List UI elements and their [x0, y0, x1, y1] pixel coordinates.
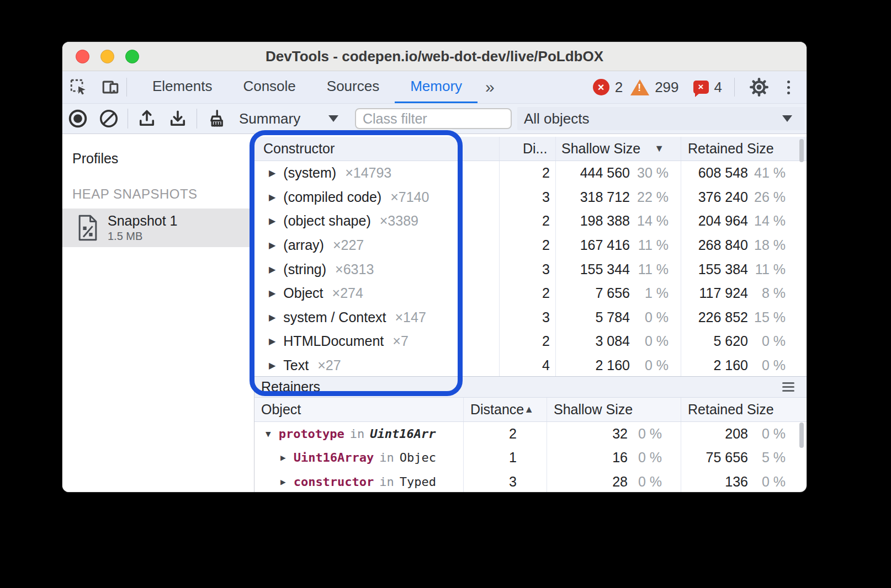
- retained-size-cell: 2 160 0 %: [681, 354, 807, 376]
- error-badge[interactable]: × 2: [593, 79, 623, 96]
- upload-icon: [137, 109, 157, 129]
- shallow-size-percent: 11 %: [630, 261, 669, 277]
- retainer-shallow-cell: 28 0 %: [547, 470, 681, 493]
- inspect-element-button[interactable]: [62, 71, 94, 103]
- perspective-select[interactable]: Summary: [239, 110, 342, 127]
- constructors-header-row: Constructor Di... Shallow Size ▼ Retaine…: [254, 137, 807, 161]
- more-options-button[interactable]: [779, 81, 798, 94]
- instance-count: ×14793: [345, 165, 391, 181]
- retainer-owner-object: Uint16Arr: [370, 427, 436, 441]
- sidebar-item-snapshot-1[interactable]: Snapshot 1 1.5 MB: [62, 209, 254, 247]
- constructor-row[interactable]: ▶ (system) ×14793 2 444 560 30 % 608 548: [254, 161, 807, 185]
- issues-badge[interactable]: × 4: [693, 79, 722, 96]
- column-header-distance[interactable]: Di...: [499, 137, 555, 161]
- minimize-window-button[interactable]: [100, 50, 114, 63]
- expand-arrow-icon[interactable]: ▶: [269, 192, 275, 202]
- retained-size-percent: 8 %: [748, 285, 786, 301]
- retainer-retained-percent: 0 %: [748, 474, 786, 490]
- close-window-button[interactable]: [76, 50, 89, 63]
- constructor-row[interactable]: ▶ (string) ×6313 3 155 344 11 % 155 384: [254, 257, 807, 281]
- tab-elements[interactable]: Elements: [137, 71, 227, 103]
- objects-filter-select[interactable]: All objects: [517, 107, 804, 130]
- retainers-menu-button[interactable]: [782, 382, 794, 392]
- constructors-scrollbar-thumb[interactable]: [799, 139, 804, 162]
- retained-size-percent: 18 %: [748, 237, 786, 253]
- expand-arrow-icon[interactable]: ▶: [280, 477, 286, 487]
- retained-size-percent: 0 %: [748, 357, 786, 373]
- retainer-row[interactable]: ▶ Uint16Array in Objec 1 16 0 %: [254, 446, 807, 470]
- retainers-scrollbar-thumb[interactable]: [799, 423, 804, 448]
- collect-garbage-button[interactable]: [200, 104, 231, 133]
- warning-badge[interactable]: 299: [630, 79, 678, 96]
- retainer-retained-cell: 75 656 5 %: [681, 446, 807, 470]
- shallow-size-cell: 2 160 0 %: [555, 354, 681, 376]
- retainer-row[interactable]: ▼ prototype in Uint16Arr 2 32 0 %: [254, 422, 807, 446]
- expand-arrow-icon[interactable]: ▶: [269, 168, 275, 178]
- column-header-shallow-size[interactable]: Shallow Size ▼: [555, 137, 681, 161]
- retainer-object-cell: ▼ prototype in Uint16Arr: [254, 422, 463, 446]
- expand-arrow-icon[interactable]: ▶: [269, 264, 275, 275]
- retainer-shallow-percent: 0 %: [628, 426, 662, 442]
- issues-icon: ×: [693, 81, 709, 94]
- retainer-object-cell: ▶ constructor in Typed: [254, 470, 463, 493]
- save-profile-button[interactable]: [162, 104, 193, 133]
- settings-button[interactable]: [747, 77, 771, 97]
- toggle-device-toolbar-button[interactable]: [94, 71, 126, 103]
- constructor-cell: ▶ system / Context ×147: [254, 306, 499, 330]
- constructor-row[interactable]: ▶ (compiled code) ×7140 3 318 712 22 % 3…: [254, 185, 807, 210]
- retained-size-value: 268 840: [681, 237, 748, 253]
- constructor-row[interactable]: ▶ system / Context ×147 3 5 784 0 % 226 …: [254, 306, 807, 330]
- profiles-heading: Profiles: [62, 134, 254, 167]
- expand-arrow-icon[interactable]: ▶: [269, 216, 275, 226]
- tab-sources[interactable]: Sources: [311, 71, 395, 103]
- constructor-cell: ▶ (array) ×227: [254, 233, 499, 258]
- tab-console[interactable]: Console: [227, 71, 311, 103]
- retained-size-percent: 11 %: [748, 261, 786, 277]
- toolbar-divider: [197, 109, 197, 129]
- expand-arrow-icon[interactable]: ▶: [269, 336, 275, 346]
- retained-size-cell: 226 852 15 %: [681, 306, 807, 330]
- constructor-row[interactable]: ▶ (array) ×227 2 167 416 11 % 268 840: [254, 233, 807, 258]
- column-header-constructor[interactable]: Constructor: [254, 137, 499, 161]
- constructor-row[interactable]: ▶ Text ×27 4 2 160 0 % 2 160 0: [254, 354, 807, 376]
- retainer-row[interactable]: ▶ constructor in Typed 3 28 0 %: [254, 470, 807, 493]
- memory-panel-content: Profiles HEAP SNAPSHOTS Snapshot 1: [62, 134, 807, 492]
- constructor-row[interactable]: ▶ (object shape) ×3389 2 198 388 14 % 20…: [254, 209, 807, 233]
- expand-arrow-icon[interactable]: ▶: [280, 452, 286, 463]
- shallow-size-percent: 30 %: [630, 165, 669, 181]
- retained-size-percent: 26 %: [748, 189, 786, 205]
- distance-cell: 2: [499, 233, 555, 258]
- retainer-owner-object: Objec: [400, 451, 436, 464]
- expand-arrow-icon[interactable]: ▶: [269, 360, 275, 371]
- column-header-object[interactable]: Object: [254, 398, 463, 421]
- record-heap-snapshot-button[interactable]: [62, 104, 93, 133]
- instance-count: ×6313: [335, 261, 374, 277]
- expand-arrow-icon[interactable]: ▶: [269, 240, 275, 250]
- badge-divider: [734, 78, 735, 97]
- expand-arrow-icon[interactable]: ▶: [269, 312, 275, 323]
- screen-background: DevTools - codepen.io/web-dot-dev/live/P…: [0, 0, 891, 588]
- perspective-value: Summary: [239, 110, 300, 127]
- more-tabs-button[interactable]: »: [478, 71, 500, 103]
- zoom-window-button[interactable]: [125, 50, 139, 63]
- inspect-cursor-icon: [69, 78, 88, 97]
- devtools-tab-bar: Elements Console Sources Memory » × 2 29…: [62, 71, 807, 104]
- retainer-in-keyword: in: [374, 475, 400, 489]
- retained-size-percent: 0 %: [748, 333, 786, 349]
- column-header-retained-size[interactable]: Retained Size: [681, 137, 807, 161]
- column-header-retainer-shallow[interactable]: Shallow Size: [547, 398, 681, 421]
- load-profile-button[interactable]: [131, 104, 162, 133]
- clear-profiles-button[interactable]: [93, 104, 124, 133]
- tab-memory[interactable]: Memory: [395, 71, 478, 103]
- heap-snapshots-section-label: HEAP SNAPSHOTS: [62, 167, 254, 209]
- constructor-row[interactable]: ▶ Object ×274 2 7 656 1 % 117 924: [254, 281, 807, 306]
- class-filter-input[interactable]: [355, 108, 512, 129]
- expand-arrow-icon[interactable]: ▼: [266, 429, 271, 439]
- column-header-retainer-distance[interactable]: Distance ▲: [463, 398, 547, 421]
- download-icon: [168, 109, 188, 129]
- shallow-size-percent: 1 %: [630, 285, 669, 301]
- shallow-size-value: 318 712: [556, 189, 630, 205]
- constructor-row[interactable]: ▶ HTMLDocument ×7 2 3 084 0 % 5 620: [254, 329, 807, 354]
- expand-arrow-icon[interactable]: ▶: [269, 288, 275, 298]
- column-header-retainer-retained[interactable]: Retained Size: [681, 398, 807, 421]
